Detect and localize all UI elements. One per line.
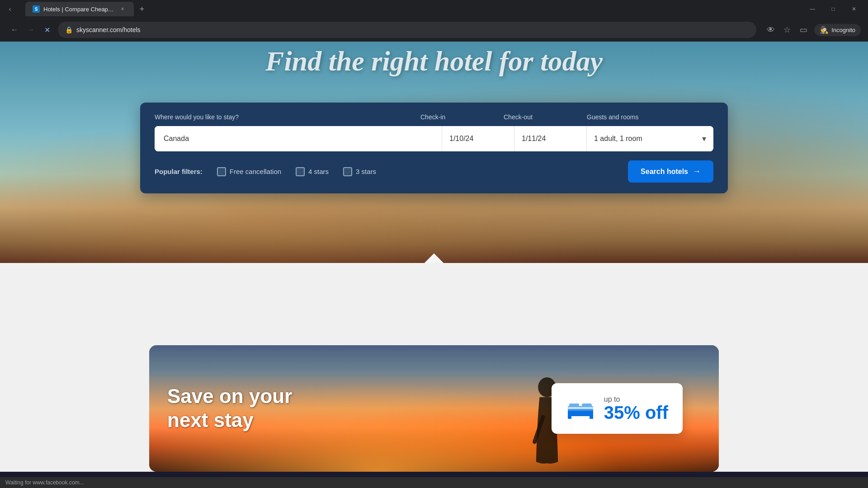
tab-favicon: S bbox=[33, 5, 40, 13]
3-stars-label: 3 stars bbox=[356, 168, 376, 175]
eye-off-icon[interactable]: 👁 bbox=[764, 23, 778, 37]
active-tab[interactable]: S Hotels | Compare Cheap Hotel × bbox=[25, 2, 134, 16]
search-labels: Where would you like to stay? Check-in C… bbox=[155, 113, 713, 121]
search-hotels-label: Search hotels bbox=[641, 168, 688, 176]
4-stars-checkbox[interactable] bbox=[296, 167, 305, 176]
guests-dropdown-arrow: ▾ bbox=[702, 134, 706, 144]
guests-rooms-value: 1 adult, 1 room bbox=[594, 135, 702, 143]
title-bar: ‹ S Hotels | Compare Cheap Hotel × + — □… bbox=[0, 0, 868, 18]
lower-section: Save on your next stay bbox=[0, 263, 868, 472]
discount-percent: 35% off bbox=[604, 404, 668, 422]
tabs-container: S Hotels | Compare Cheap Hotel × + bbox=[22, 1, 798, 17]
destination-label: Where would you like to stay? bbox=[155, 113, 420, 121]
search-hotels-button[interactable]: Search hotels → bbox=[628, 160, 713, 183]
3-stars-filter[interactable]: 3 stars bbox=[343, 167, 376, 176]
new-tab-button[interactable]: + bbox=[136, 3, 148, 15]
incognito-badge: 🕵 Incognito bbox=[814, 24, 861, 36]
minimize-button[interactable]: — bbox=[802, 0, 823, 18]
page-content: Find the right hotel for today Where wou… bbox=[0, 42, 868, 472]
sidebar-button[interactable]: ▭ bbox=[796, 23, 811, 37]
search-inputs: 1 adult, 1 room ▾ bbox=[155, 126, 713, 151]
reload-button[interactable]: ✕ bbox=[40, 23, 54, 37]
svg-rect-2 bbox=[568, 410, 593, 416]
tab-title: Hotels | Compare Cheap Hotel bbox=[43, 6, 115, 13]
tab-nav-buttons: ‹ bbox=[4, 3, 16, 15]
checkin-label: Check-in bbox=[420, 113, 493, 121]
svg-rect-3 bbox=[568, 414, 571, 419]
hero-section: Find the right hotel for today Where wou… bbox=[0, 42, 868, 263]
prev-tab-button[interactable]: ‹ bbox=[4, 3, 16, 15]
filters-label: Popular filters: bbox=[155, 168, 203, 175]
filters-row: Popular filters: Free cancellation 4 sta… bbox=[155, 160, 713, 183]
incognito-icon: 🕵 bbox=[820, 26, 829, 34]
free-cancellation-checkbox[interactable] bbox=[217, 167, 226, 176]
free-cancellation-filter[interactable]: Free cancellation bbox=[217, 167, 281, 176]
promo-title: Save on your next stay bbox=[167, 385, 292, 432]
discount-card: up to 35% off bbox=[552, 383, 683, 434]
close-window-button[interactable]: ✕ bbox=[844, 0, 864, 18]
free-cancellation-label: Free cancellation bbox=[230, 168, 281, 175]
back-button[interactable]: ← bbox=[7, 23, 22, 37]
status-bar: Waiting for www.facebook.com... bbox=[0, 477, 868, 488]
promo-text: Save on your next stay bbox=[149, 366, 310, 450]
incognito-label: Incognito bbox=[831, 27, 855, 33]
guests-label: Guests and rooms bbox=[587, 113, 713, 121]
destination-input[interactable] bbox=[155, 126, 442, 151]
4-stars-filter[interactable]: 4 stars bbox=[296, 167, 329, 176]
checkin-input[interactable] bbox=[442, 126, 514, 151]
hero-title: Find the right hotel for today bbox=[265, 45, 603, 77]
address-bar-actions: 👁 ☆ ▭ bbox=[764, 23, 811, 37]
discount-text: up to 35% off bbox=[604, 395, 668, 422]
forward-button[interactable]: → bbox=[24, 23, 38, 37]
svg-rect-8 bbox=[568, 407, 593, 409]
3-stars-checkbox[interactable] bbox=[343, 167, 352, 176]
promo-banner: Save on your next stay bbox=[149, 345, 719, 472]
address-nav-buttons: ← → ✕ bbox=[7, 23, 54, 37]
svg-rect-4 bbox=[590, 414, 593, 419]
tab-close-button[interactable]: × bbox=[118, 5, 127, 13]
browser-chrome: ‹ S Hotels | Compare Cheap Hotel × + — □… bbox=[0, 0, 868, 42]
bookmark-button[interactable]: ☆ bbox=[780, 23, 794, 37]
lock-icon: 🔒 bbox=[65, 26, 73, 33]
maximize-button[interactable]: □ bbox=[823, 0, 844, 18]
url-bar[interactable]: 🔒 skyscanner.com/hotels bbox=[58, 22, 756, 38]
url-text: skyscanner.com/hotels bbox=[76, 26, 141, 33]
bed-icon-container bbox=[566, 394, 595, 423]
4-stars-label: 4 stars bbox=[308, 168, 329, 175]
address-bar: ← → ✕ 🔒 skyscanner.com/hotels 👁 ☆ ▭ 🕵 In… bbox=[0, 18, 868, 42]
checkout-label: Check-out bbox=[504, 113, 576, 121]
search-arrow-icon: → bbox=[693, 167, 701, 176]
guests-rooms-selector[interactable]: 1 adult, 1 room ▾ bbox=[587, 126, 713, 151]
window-controls: — □ ✕ bbox=[802, 0, 864, 18]
checkout-input[interactable] bbox=[514, 126, 587, 151]
bed-icon bbox=[567, 397, 594, 420]
status-text: Waiting for www.facebook.com... bbox=[5, 479, 84, 486]
search-panel: Where would you like to stay? Check-in C… bbox=[140, 103, 728, 193]
